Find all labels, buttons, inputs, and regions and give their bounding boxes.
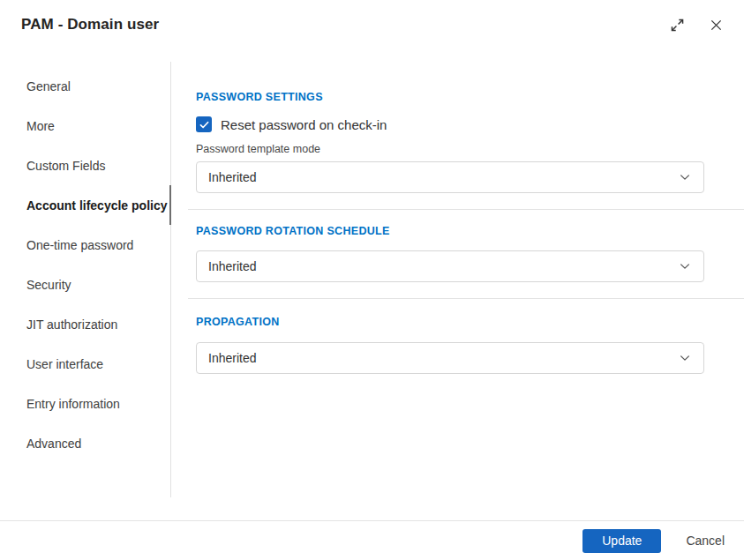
checkmark-icon (199, 119, 210, 131)
sidebar: General More Custom Fields Account lifec… (0, 49, 170, 463)
selected-value: Inherited (208, 170, 256, 184)
selected-value: Inherited (208, 351, 256, 365)
settings-panel: PASSWORD SETTINGS Reset password on chec… (196, 49, 744, 374)
chevron-down-icon (679, 260, 691, 273)
dialog-body: General More Custom Fields Account lifec… (0, 49, 744, 520)
password-rotation-schedule-select[interactable]: Inherited (196, 250, 704, 282)
sidebar-item-security[interactable]: Security (0, 265, 170, 304)
sidebar-item-entry-information[interactable]: Entry information (0, 384, 170, 423)
dialog-header: PAM - Domain user (0, 0, 744, 49)
expand-button[interactable] (668, 16, 686, 34)
sidebar-divider (170, 62, 171, 497)
password-template-mode-label: Password template mode (196, 143, 704, 155)
close-button[interactable] (707, 16, 725, 34)
chevron-down-icon (679, 171, 691, 183)
sidebar-item-label: Advanced (26, 437, 81, 451)
reset-password-checkbox[interactable] (196, 116, 212, 132)
sidebar-item-label: Entry information (26, 397, 120, 411)
propagation-heading: PROPAGATION (196, 316, 704, 328)
password-template-mode-select[interactable]: Inherited (196, 161, 704, 193)
section-divider (188, 298, 744, 299)
sidebar-item-label: Security (26, 278, 71, 292)
sidebar-item-general[interactable]: General (0, 66, 170, 106)
update-button[interactable]: Update (582, 529, 661, 553)
sidebar-item-label: JIT authorization (26, 317, 117, 332)
expand-icon (670, 18, 685, 33)
reset-password-checkbox-label: Reset password on check-in (221, 117, 387, 132)
chevron-down-icon (679, 352, 691, 364)
sidebar-item-label: User interface (26, 357, 103, 371)
sidebar-item-label: One-time password (26, 238, 133, 252)
propagation-select[interactable]: Inherited (196, 342, 704, 374)
pam-domain-user-dialog: PAM - Domain user (0, 0, 744, 560)
header-actions (668, 16, 725, 34)
section-divider (188, 209, 744, 210)
sidebar-item-advanced[interactable]: Advanced (0, 423, 170, 463)
sidebar-item-label: Custom Fields (26, 159, 105, 173)
sidebar-item-label: More (26, 119, 55, 133)
sidebar-item-user-interface[interactable]: User interface (0, 344, 170, 384)
close-icon (710, 19, 723, 32)
sidebar-item-label: General (26, 79, 71, 93)
sidebar-item-label: Account lifecycle policy (26, 198, 168, 213)
selected-value: Inherited (208, 259, 256, 273)
cancel-button[interactable]: Cancel (686, 534, 725, 548)
sidebar-item-custom-fields[interactable]: Custom Fields (0, 146, 170, 185)
sidebar-item-more[interactable]: More (0, 106, 170, 146)
sidebar-item-account-lifecycle-policy[interactable]: Account lifecycle policy (0, 185, 170, 225)
dialog-footer: Update Cancel (0, 520, 744, 560)
page-title: PAM - Domain user (21, 16, 159, 34)
sidebar-item-one-time-password[interactable]: One-time password (0, 225, 170, 265)
password-settings-heading: PASSWORD SETTINGS (196, 91, 704, 103)
reset-password-checkbox-row[interactable]: Reset password on check-in (196, 116, 704, 133)
sidebar-item-jit-authorization[interactable]: JIT authorization (0, 304, 170, 344)
password-rotation-schedule-heading: PASSWORD ROTATION SCHEDULE (196, 225, 704, 237)
